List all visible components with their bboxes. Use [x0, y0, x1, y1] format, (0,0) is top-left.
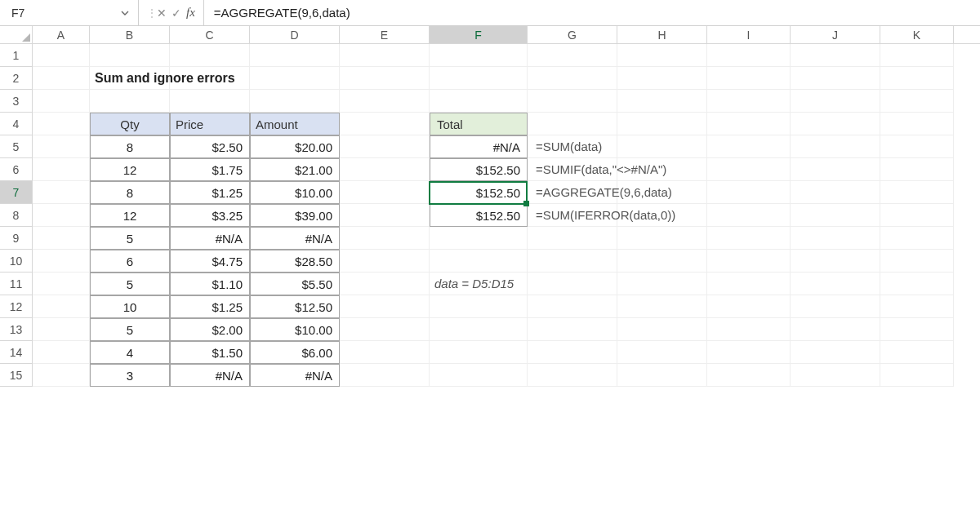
cell[interactable]: [340, 204, 430, 227]
table-cell[interactable]: $1.25: [170, 181, 250, 204]
cell[interactable]: [90, 90, 170, 113]
table-cell[interactable]: 10: [90, 295, 170, 318]
cell[interactable]: [617, 341, 707, 364]
cell[interactable]: [880, 44, 954, 67]
cell[interactable]: [340, 227, 430, 250]
name-box[interactable]: F7: [8, 7, 117, 20]
cell[interactable]: [528, 44, 617, 67]
row-header[interactable]: 5: [0, 135, 33, 158]
table-header[interactable]: Qty: [90, 113, 170, 135]
cell[interactable]: [170, 67, 250, 90]
select-all-button[interactable]: [0, 26, 33, 43]
cell[interactable]: [791, 295, 880, 318]
cell[interactable]: [880, 364, 954, 387]
cell[interactable]: [880, 181, 954, 204]
cell[interactable]: [33, 67, 90, 90]
cell[interactable]: [707, 158, 791, 181]
cell[interactable]: [430, 67, 528, 90]
col-header[interactable]: A: [33, 26, 90, 43]
cell[interactable]: [707, 135, 791, 158]
table-cell[interactable]: $21.00: [250, 158, 340, 181]
cell[interactable]: [340, 364, 430, 387]
table-cell[interactable]: 5: [90, 227, 170, 250]
cell[interactable]: [528, 227, 617, 250]
table-cell[interactable]: $28.50: [250, 250, 340, 273]
formula-label[interactable]: =SUMIF(data,"<>#N/A"): [528, 158, 617, 181]
row-header[interactable]: 2: [0, 67, 33, 90]
row-header[interactable]: 4: [0, 113, 33, 135]
cell[interactable]: [33, 295, 90, 318]
cell[interactable]: [528, 341, 617, 364]
formula-input[interactable]: =AGGREGATE(9,6,data): [204, 0, 980, 25]
table-cell[interactable]: $1.25: [170, 295, 250, 318]
table-cell[interactable]: $1.75: [170, 158, 250, 181]
cell[interactable]: [33, 318, 90, 341]
cell[interactable]: [791, 364, 880, 387]
cell[interactable]: [340, 295, 430, 318]
cell[interactable]: [33, 341, 90, 364]
col-header[interactable]: B: [90, 26, 170, 43]
cell[interactable]: [90, 44, 170, 67]
col-header[interactable]: H: [617, 26, 707, 43]
cell[interactable]: [340, 318, 430, 341]
cell[interactable]: [880, 227, 954, 250]
cell[interactable]: [617, 158, 707, 181]
row-header[interactable]: 15: [0, 364, 33, 387]
cell[interactable]: [791, 204, 880, 227]
row-header[interactable]: 10: [0, 250, 33, 273]
cell[interactable]: [430, 364, 528, 387]
table-cell[interactable]: $1.50: [170, 341, 250, 364]
cell[interactable]: [707, 204, 791, 227]
cell[interactable]: [617, 227, 707, 250]
cell[interactable]: [880, 158, 954, 181]
cell[interactable]: [33, 44, 90, 67]
cell[interactable]: [707, 250, 791, 273]
cell[interactable]: [250, 44, 340, 67]
table-cell[interactable]: 8: [90, 135, 170, 158]
drag-handle-icon[interactable]: ⋮: [147, 11, 152, 15]
table-cell[interactable]: $3.25: [170, 204, 250, 227]
cell[interactable]: [528, 250, 617, 273]
cell[interactable]: [617, 250, 707, 273]
row-header[interactable]: 9: [0, 227, 33, 250]
cell[interactable]: [430, 227, 528, 250]
cell[interactable]: [33, 135, 90, 158]
cell[interactable]: [33, 113, 90, 135]
cell[interactable]: [33, 158, 90, 181]
cell[interactable]: [707, 67, 791, 90]
table-cell[interactable]: #N/A: [170, 364, 250, 387]
table-cell[interactable]: $10.00: [250, 318, 340, 341]
cell[interactable]: [340, 273, 430, 295]
col-header[interactable]: F: [430, 26, 528, 43]
cell[interactable]: [528, 67, 617, 90]
confirm-icon[interactable]: ✓: [172, 7, 181, 20]
cell[interactable]: [528, 364, 617, 387]
table-cell[interactable]: 6: [90, 250, 170, 273]
cell[interactable]: [33, 250, 90, 273]
row-header[interactable]: 3: [0, 90, 33, 113]
cell[interactable]: [880, 318, 954, 341]
cell[interactable]: [880, 90, 954, 113]
total-cell[interactable]: $152.50: [430, 204, 528, 227]
cell[interactable]: Sum and ignore errors: [90, 67, 170, 90]
fx-icon[interactable]: fx: [186, 6, 195, 20]
cell[interactable]: [617, 295, 707, 318]
cell[interactable]: [880, 341, 954, 364]
total-cell[interactable]: #N/A: [430, 135, 528, 158]
cell[interactable]: [528, 113, 617, 135]
table-cell[interactable]: 4: [90, 341, 170, 364]
cell[interactable]: [340, 44, 430, 67]
cell[interactable]: [340, 341, 430, 364]
cell[interactable]: [791, 250, 880, 273]
row-header[interactable]: 8: [0, 204, 33, 227]
cell[interactable]: [791, 273, 880, 295]
col-header[interactable]: K: [880, 26, 954, 43]
cell[interactable]: [707, 318, 791, 341]
table-cell[interactable]: #N/A: [250, 364, 340, 387]
cell[interactable]: [430, 44, 528, 67]
table-cell[interactable]: 3: [90, 364, 170, 387]
cell[interactable]: [528, 318, 617, 341]
cell[interactable]: [791, 227, 880, 250]
formula-label[interactable]: =AGGREGATE(9,6,data): [528, 181, 617, 204]
cell[interactable]: [528, 273, 617, 295]
